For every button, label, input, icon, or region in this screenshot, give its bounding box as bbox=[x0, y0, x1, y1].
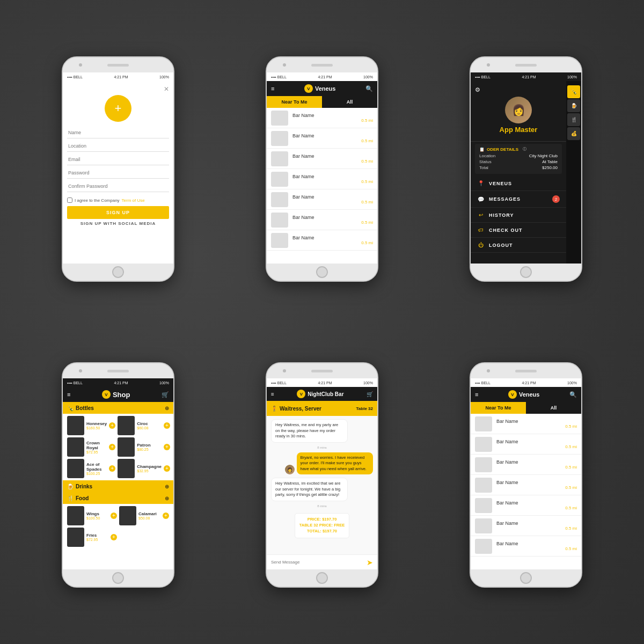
hamburger-icon-6[interactable]: ≡ bbox=[475, 391, 478, 398]
bar-name-6-6: Bar Name bbox=[496, 521, 577, 526]
crown-royal-name: Crown Royal bbox=[86, 441, 107, 450]
phone-top-1 bbox=[63, 57, 173, 72]
bar-item-6[interactable]: Bar Name 0.5 mi bbox=[267, 210, 377, 230]
logout-icon: ⏻ bbox=[477, 242, 485, 248]
price-card: PRICE: $197.70 TABLE 32 PRICE: FREE TOTA… bbox=[295, 513, 349, 538]
bar-item-6-3[interactable]: Bar Name 0.5 mi bbox=[471, 455, 581, 475]
home-button-2[interactable] bbox=[316, 266, 328, 278]
bar-item-5[interactable]: Bar Name 0.5 mi bbox=[267, 189, 377, 210]
tab-all-2[interactable]: All bbox=[322, 96, 377, 108]
phone-bottom-6 bbox=[471, 569, 581, 587]
ace-of-spades-add-button[interactable]: + bbox=[109, 465, 115, 472]
bottles-title: 🍾 Bottles bbox=[67, 405, 94, 411]
table-price-row: TABLE 32 PRICE: FREE bbox=[299, 523, 345, 528]
side-tab-bottle[interactable]: 🍾 bbox=[567, 85, 580, 98]
phone-frame-3: •••• BELL 4:21 PM 100% ⚙ 👩 App Master bbox=[470, 56, 582, 282]
terms-checkbox[interactable] bbox=[67, 197, 72, 203]
bar-item-2[interactable]: Bar Name 0.5 mi bbox=[267, 128, 377, 149]
fries-add-button[interactable]: + bbox=[111, 534, 117, 540]
product-ciroc[interactable]: Ciroc $60.08 + bbox=[118, 416, 170, 435]
product-champagne[interactable]: Champagne $32.95 + bbox=[118, 459, 170, 478]
bar-item-4[interactable]: Bar Name 0.5 mi bbox=[267, 169, 377, 189]
champagne-add-button[interactable]: + bbox=[164, 465, 170, 472]
signup-button[interactable]: SIGN UP bbox=[67, 206, 169, 219]
phone-2: •••• BELL 4:21 PM 100% ≡ V Veneus 🔍 Near… bbox=[220, 16, 424, 322]
bar-item-6-5[interactable]: Bar Name 0.5 mi bbox=[471, 495, 581, 516]
chat-message-input[interactable] bbox=[271, 560, 367, 565]
drinks-expand-icon[interactable]: ⊕ bbox=[165, 484, 169, 489]
menu-item-logout[interactable]: ⏻ LOGOUT bbox=[471, 238, 566, 253]
menu-item-history[interactable]: ↩ HISTORY bbox=[471, 208, 566, 223]
bar-name-6-2: Bar Name bbox=[496, 439, 577, 444]
order-total-row: Total $250.00 bbox=[479, 165, 558, 170]
gear-icon-3[interactable]: ⚙ bbox=[475, 86, 480, 93]
menu-item-checkout[interactable]: 🏷 CHECK OUT bbox=[471, 223, 566, 238]
product-ace-of-spades[interactable]: Ace of Spades $100.25 + bbox=[67, 459, 115, 478]
search-icon-2[interactable]: 🔍 bbox=[365, 85, 373, 92]
close-button[interactable]: ✕ bbox=[164, 85, 169, 93]
bar-item-1[interactable]: Bar Name 0.5 mi bbox=[267, 108, 377, 128]
product-calamari[interactable]: Calamari $50.08 + bbox=[119, 506, 169, 525]
drinks-section-header[interactable]: 🍺 Drinks ⊕ bbox=[63, 480, 173, 492]
search-icon-6[interactable]: 🔍 bbox=[569, 391, 577, 398]
crown-royal-add-button[interactable]: + bbox=[109, 444, 115, 450]
tab-near-to-me-6[interactable]: Near To Me bbox=[471, 402, 526, 414]
hamburger-icon-2[interactable]: ≡ bbox=[271, 85, 274, 92]
chat-table-label: Table 32 bbox=[356, 406, 373, 411]
home-button-3[interactable] bbox=[520, 266, 532, 278]
location-input[interactable] bbox=[67, 141, 169, 152]
product-patron[interactable]: Patron $80.25 + bbox=[118, 437, 170, 457]
cart-icon-4[interactable]: 🛒 bbox=[162, 391, 169, 398]
home-button-4[interactable] bbox=[112, 572, 124, 584]
bar-item-6-6[interactable]: Bar Name 0.5 mi bbox=[471, 516, 581, 536]
bar-item-6-7[interactable]: Bar Name 0.5 mi bbox=[471, 536, 581, 557]
chat-send-button[interactable]: ➤ bbox=[367, 558, 373, 567]
side-tab-drink[interactable]: 🍺 bbox=[567, 99, 580, 112]
chat-messages-list: Hey Waitress, me and my party are on the… bbox=[267, 416, 377, 554]
confirm-password-input[interactable] bbox=[67, 181, 169, 192]
menu-item-veneus[interactable]: 📍 VENEUS bbox=[471, 176, 566, 191]
patron-add-button[interactable]: + bbox=[164, 444, 170, 450]
name-input[interactable] bbox=[67, 127, 169, 138]
bar-item-7[interactable]: Bar Name 0.5 mi bbox=[267, 230, 377, 251]
product-wings[interactable]: Wings $100.50 + bbox=[67, 506, 117, 525]
terms-link[interactable]: Term of Use bbox=[122, 198, 145, 203]
bar-item-6-4[interactable]: Bar Name 0.5 mi bbox=[471, 475, 581, 495]
battery-1: 100% bbox=[159, 75, 169, 79]
product-fries[interactable]: Fries $72.95 + bbox=[67, 528, 117, 547]
signup-social-button[interactable]: SIGN UP WITH SOCIAL MEDIA bbox=[80, 221, 156, 226]
bar-name-6-3: Bar Name bbox=[496, 459, 577, 465]
side-tab-food[interactable]: 🍴 bbox=[567, 113, 580, 126]
phone-camera-5 bbox=[283, 369, 286, 372]
food-section-header[interactable]: 🍴 Food ⊕ bbox=[63, 492, 173, 504]
chat-content: ≡ V NightClub Bar 🛒 🧍 Waitress, Server T… bbox=[267, 387, 377, 569]
bar-thumb-7 bbox=[271, 233, 288, 248]
honnesey-add-button[interactable]: + bbox=[109, 422, 115, 429]
bottles-section-header[interactable]: 🍾 Bottles ⊕ bbox=[63, 402, 173, 414]
calamari-add-button[interactable]: + bbox=[163, 513, 169, 519]
chat-cart-icon[interactable]: 🛒 bbox=[367, 391, 373, 397]
chat-bar-name: NightClub Bar bbox=[308, 391, 343, 397]
side-tab-pay[interactable]: 💰 bbox=[567, 127, 580, 140]
home-button-5[interactable] bbox=[316, 572, 328, 584]
food-expand-icon[interactable]: ⊕ bbox=[165, 495, 169, 501]
chat-hamburger-icon[interactable]: ≡ bbox=[271, 391, 274, 397]
hamburger-icon-4[interactable]: ≡ bbox=[67, 391, 70, 398]
ciroc-info: Ciroc $60.08 bbox=[137, 421, 162, 430]
product-honnesey[interactable]: Honnesey $160.50 + bbox=[67, 416, 115, 435]
product-crown-royal[interactable]: Crown Royal $72.95 + bbox=[67, 437, 115, 457]
password-input[interactable] bbox=[67, 167, 169, 179]
bottles-expand-icon[interactable]: ⊕ bbox=[165, 405, 169, 411]
menu-item-messages[interactable]: 💬 MESSAGES 2 bbox=[471, 191, 566, 208]
avatar-add-button[interactable]: + bbox=[105, 95, 131, 122]
home-button-1[interactable] bbox=[112, 266, 124, 278]
tab-near-to-me-2[interactable]: Near To Me bbox=[267, 96, 322, 108]
bar-item-6-2[interactable]: Bar Name 0.5 mi bbox=[471, 434, 581, 455]
tab-all-6[interactable]: All bbox=[526, 402, 581, 414]
ciroc-add-button[interactable]: + bbox=[164, 422, 170, 429]
home-button-6[interactable] bbox=[520, 572, 532, 584]
wings-add-button[interactable]: + bbox=[111, 513, 117, 519]
bar-item-3[interactable]: Bar Name 0.5 mi bbox=[267, 149, 377, 169]
email-input[interactable] bbox=[67, 154, 169, 165]
bar-item-6-1[interactable]: Bar Name 0.5 mi bbox=[471, 414, 581, 434]
